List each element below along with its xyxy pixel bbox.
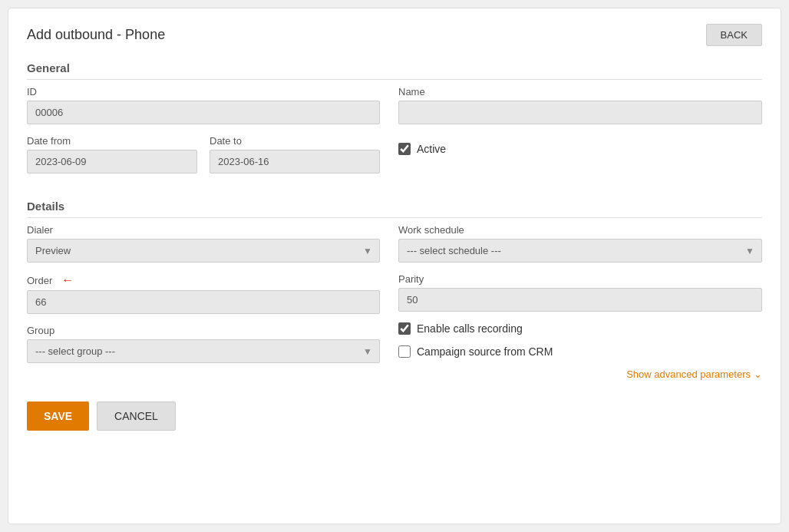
modal-container: Add outbound - Phone BACK General ID Dat… [8,8,781,524]
order-arrow-icon: ← [61,273,74,287]
campaign-crm-checkbox[interactable] [398,345,411,358]
details-fields-row: Dialer Preview Progressive Predictive ▼ … [27,224,762,380]
work-schedule-select[interactable]: --- select schedule --- [398,239,762,263]
name-label: Name [398,86,762,97]
general-right-col: Name Active [398,86,762,184]
date-fields-row: Date from Date to [27,135,380,184]
date-from-input[interactable] [27,150,197,173]
footer-buttons: SAVE CANCEL [27,401,762,431]
show-advanced-label: Show advanced parameters [626,368,751,380]
general-left-col: ID Date from Date to [27,86,380,184]
details-section: Details Dialer Preview Progressive Predi… [27,200,762,380]
order-input[interactable] [27,290,380,314]
campaign-crm-row: Campaign source from CRM [398,345,762,358]
campaign-crm-group: Campaign source from CRM [398,345,762,358]
cancel-button[interactable]: CANCEL [97,401,176,431]
back-button[interactable]: BACK [706,24,762,46]
active-checkbox-row: Active [398,143,762,155]
save-button[interactable]: SAVE [27,401,89,431]
dialer-field-group: Dialer Preview Progressive Predictive ▼ [27,224,380,263]
campaign-crm-label[interactable]: Campaign source from CRM [417,345,553,358]
date-from-label: Date from [27,135,197,147]
general-section-title: General [27,61,762,80]
group-field-group: Group --- select group --- ▼ [27,325,380,363]
details-left-col: Dialer Preview Progressive Predictive ▼ … [27,224,380,380]
active-field-group: Active [398,143,762,155]
work-schedule-label: Work schedule [398,224,762,236]
parity-input[interactable] [398,288,762,312]
name-input[interactable] [398,101,762,124]
date-to-group: Date to [210,135,380,173]
dialer-select-wrap: Preview Progressive Predictive ▼ [27,239,380,263]
modal-header: Add outbound - Phone BACK [27,24,762,46]
show-advanced-chevron-icon: ⌄ [754,368,762,380]
general-fields-row: ID Date from Date to Name [27,86,762,184]
date-to-input[interactable] [210,150,380,173]
group-select[interactable]: --- select group --- [27,339,380,363]
general-section: General ID Date from Date to [27,61,762,184]
order-field-group: Order ← [27,273,380,314]
date-from-group: Date from [27,135,197,173]
dialer-select[interactable]: Preview Progressive Predictive [27,239,380,263]
work-schedule-field-group: Work schedule --- select schedule --- ▼ [398,224,762,263]
active-checkbox[interactable] [398,143,411,155]
id-input[interactable] [27,101,380,124]
enable-recording-checkbox[interactable] [398,322,411,335]
dialer-label: Dialer [27,224,380,236]
page-title: Add outbound - Phone [27,27,165,43]
group-label: Group [27,325,380,336]
enable-recording-row: Enable calls recording [398,322,762,335]
enable-recording-group: Enable calls recording [398,322,762,335]
id-label: ID [27,86,380,97]
details-right-col: Work schedule --- select schedule --- ▼ … [398,224,762,380]
name-field-group: Name [398,86,762,124]
id-field-group: ID [27,86,380,124]
order-label-row: Order ← [27,273,380,287]
show-advanced-link[interactable]: Show advanced parameters ⌄ [398,368,762,380]
order-label: Order [27,275,52,286]
group-select-wrap: --- select group --- ▼ [27,339,380,363]
details-section-title: Details [27,200,762,218]
date-to-label: Date to [210,135,380,147]
active-label[interactable]: Active [417,143,446,155]
enable-recording-label[interactable]: Enable calls recording [417,322,523,335]
parity-label: Parity [398,273,762,285]
work-schedule-select-wrap: --- select schedule --- ▼ [398,239,762,263]
parity-field-group: Parity [398,273,762,312]
